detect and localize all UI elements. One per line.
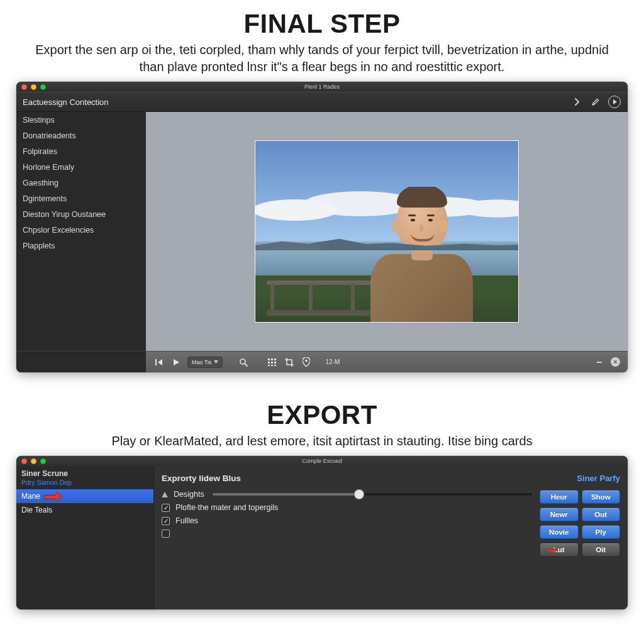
action-button[interactable]: Show	[582, 490, 621, 504]
svg-point-12	[305, 360, 308, 362]
button-label: Ply	[596, 528, 606, 536]
option-label: Plofte·the mater and topergils	[175, 503, 278, 512]
crop-icon[interactable]	[284, 357, 295, 368]
options-column: Desights✓Plofte·the mater and topergils✓…	[154, 490, 540, 609]
button-label: Oit	[596, 546, 606, 553]
panel-right-label[interactable]: Siner Parfy	[577, 474, 620, 483]
zoom-icon[interactable]	[40, 458, 46, 464]
preview-photo	[255, 140, 519, 323]
action-button[interactable]: Heur	[540, 490, 579, 504]
export-window: Comple Excued Siner Scrune Pdry Samon De…	[16, 456, 628, 609]
svg-rect-5	[274, 358, 276, 360]
close-icon[interactable]	[21, 458, 27, 464]
sidebar-item[interactable]: Gaesthing	[16, 175, 146, 191]
minimize-icon[interactable]	[31, 84, 36, 90]
svg-rect-9	[268, 365, 270, 366]
section1-title: FINAL STEP	[0, 9, 644, 39]
sidebar-item[interactable]: Folpirates	[16, 143, 146, 159]
toolbar: Eactuessign Contection	[16, 92, 628, 112]
checkbox[interactable]	[162, 530, 170, 538]
titlebar[interactable]: Comple Excued	[16, 456, 628, 466]
button-label: Novie	[549, 528, 569, 536]
option-label: Desights	[174, 490, 204, 499]
window-title: Pienl 1 Rades	[16, 84, 628, 90]
action-button[interactable]: Lut	[540, 543, 579, 557]
sidebar-item[interactable]: Dieston Yirup Oustanee	[16, 206, 146, 222]
option-checkbox-row	[162, 530, 532, 538]
red-arrow-icon	[547, 548, 557, 552]
play-ring-icon[interactable]	[608, 95, 621, 109]
action-button[interactable]: Newr	[540, 508, 579, 521]
edit-icon[interactable]	[589, 95, 602, 109]
editor-window: Pienl 1 Rades Eactuessign Contection Sle…	[16, 82, 628, 372]
mode-label: Mao Tis	[192, 359, 212, 365]
sidebar-group-sub: Pdry Samon Dep	[16, 479, 153, 489]
svg-line-2	[245, 364, 247, 366]
sidebar-item[interactable]: Dgintements	[16, 191, 146, 206]
button-label: Out	[594, 511, 607, 518]
section1-subtitle: Export the sen arp oi the, teti corpled,…	[20, 42, 624, 75]
section2-heading: EXPORT Play or KlearMated, ard lest emor…	[0, 400, 644, 450]
checkbox[interactable]: ✓	[162, 517, 170, 525]
sidebar-item-label: Mane	[21, 492, 40, 501]
svg-rect-8	[274, 362, 276, 364]
svg-rect-6	[268, 362, 270, 364]
close-icon[interactable]	[21, 84, 27, 90]
search-icon[interactable]	[238, 357, 249, 368]
sidebar-item[interactable]: Chpslor Excelencies	[16, 222, 146, 238]
grid-icon[interactable]	[267, 357, 278, 368]
sidebar-item[interactable]: Mane	[16, 489, 153, 503]
close-small-icon[interactable]: ×	[611, 357, 620, 367]
red-arrow-icon	[44, 492, 62, 500]
section2-title: EXPORT	[0, 400, 644, 430]
sidebar-item[interactable]: Donatrieadents	[16, 128, 146, 143]
titlebar[interactable]: Pienl 1 Rades	[16, 82, 628, 92]
nav-sidebar: SlestinpsDonatrieadentsFolpiratesHorlone…	[16, 112, 146, 351]
time-label: 12-M	[326, 358, 340, 365]
button-label: Show	[591, 493, 611, 501]
skip-back-icon[interactable]	[153, 357, 165, 368]
panel-heading: Exprorty lidew Blus	[162, 474, 241, 483]
sidebar-group-title: Siner Scrune	[16, 466, 153, 479]
window-controls	[21, 84, 46, 90]
svg-rect-3	[268, 358, 270, 360]
svg-rect-7	[271, 362, 273, 364]
sidebar-item[interactable]: Horlone Emaly	[16, 159, 146, 175]
sidebar-item[interactable]: Die Teals	[16, 503, 153, 517]
option-checkbox-row: ✓Plofte·the mater and topergils	[162, 503, 532, 512]
slider-track[interactable]	[213, 493, 532, 496]
action-button[interactable]: Out	[582, 508, 621, 521]
export-panel: Exprorty lidew Blus Siner Parfy Desights…	[153, 466, 628, 609]
svg-rect-4	[271, 358, 273, 360]
buttons-column: HeurShowNewrOutNoviePlyLutOit	[540, 490, 628, 609]
action-button[interactable]: Ply	[582, 525, 621, 539]
toolbar-label: Eactuessign Contection	[23, 97, 109, 107]
triangle-up-icon	[162, 492, 168, 497]
sidebar-item-label: Die Teals	[21, 506, 52, 514]
sidebar-item[interactable]: Plapplets	[16, 238, 146, 253]
action-button[interactable]: Oit	[582, 543, 621, 557]
minus-icon[interactable]: –	[594, 357, 605, 368]
checkbox[interactable]: ✓	[162, 504, 170, 512]
option-slider-row: Desights	[162, 490, 532, 499]
location-icon[interactable]	[301, 357, 312, 368]
sidebar-item[interactable]: Slestinps	[16, 112, 146, 128]
play-icon[interactable]	[170, 357, 182, 368]
window-title: Comple Excued	[16, 458, 628, 464]
svg-rect-11	[274, 365, 276, 366]
section1-heading: FINAL STEP Export the sen arp oi the, te…	[0, 9, 644, 75]
export-sidebar: Siner Scrune Pdry Samon Dep ManeDie Teal…	[16, 466, 153, 609]
action-button[interactable]: Novie	[540, 525, 579, 539]
minimize-icon[interactable]	[31, 458, 36, 464]
svg-rect-0	[155, 359, 157, 365]
section2-subtitle: Play or KlearMated, ard lest emore, itsi…	[20, 433, 624, 450]
button-label: Heur	[551, 493, 567, 501]
preview-canvas[interactable]	[146, 112, 628, 351]
chevron-right-icon[interactable]	[570, 95, 584, 109]
option-checkbox-row: ✓Fullles	[162, 516, 532, 525]
window-controls	[21, 458, 46, 464]
mode-dropdown[interactable]: Mao Tis	[187, 357, 223, 368]
button-label: Newr	[550, 511, 568, 518]
zoom-icon[interactable]	[40, 84, 46, 90]
svg-rect-10	[271, 365, 273, 366]
